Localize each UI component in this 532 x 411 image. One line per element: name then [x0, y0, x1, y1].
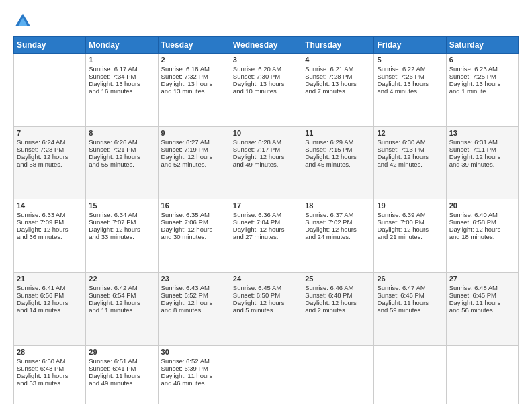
day-info: Sunset: 7:21 PM — [89, 146, 154, 153]
day-number: 15 — [89, 201, 154, 210]
day-header: Thursday — [302, 37, 374, 54]
day-number: 22 — [89, 275, 154, 283]
calendar-cell: 21Sunrise: 6:41 AMSunset: 6:56 PMDayligh… — [14, 272, 86, 345]
day-number: 20 — [449, 201, 515, 210]
day-info: Sunrise: 6:42 AM — [89, 284, 154, 291]
day-info: and 52 minutes. — [161, 161, 227, 168]
day-number: 5 — [377, 56, 443, 64]
calendar-cell: 9Sunrise: 6:27 AMSunset: 7:19 PMDaylight… — [158, 126, 230, 199]
week-row: 7Sunrise: 6:24 AMSunset: 7:23 PMDaylight… — [14, 126, 519, 199]
day-info: and 53 minutes. — [17, 379, 83, 387]
day-number: 18 — [305, 201, 371, 210]
day-info: Sunset: 6:54 PM — [89, 291, 154, 299]
day-number: 26 — [377, 275, 443, 283]
calendar-cell — [230, 345, 302, 404]
day-number: 3 — [233, 56, 299, 64]
day-info: Sunset: 7:32 PM — [161, 73, 227, 80]
day-info: Sunrise: 6:33 AM — [17, 211, 83, 218]
day-info: Sunset: 7:34 PM — [89, 73, 154, 80]
calendar-cell: 1Sunrise: 6:17 AMSunset: 7:34 PMDaylight… — [86, 54, 158, 127]
day-info: Daylight: 13 hours — [305, 80, 371, 87]
day-info: and 33 minutes. — [89, 233, 154, 240]
day-info: Sunset: 7:00 PM — [377, 218, 443, 226]
day-info: Daylight: 13 hours — [449, 80, 515, 87]
day-info: and 16 minutes. — [89, 87, 154, 95]
days-header-row: SundayMondayTuesdayWednesdayThursdayFrid… — [14, 37, 519, 54]
day-info: Sunrise: 6:31 AM — [449, 138, 515, 146]
calendar-cell: 27Sunrise: 6:48 AMSunset: 6:45 PMDayligh… — [446, 272, 518, 345]
day-info: Daylight: 12 hours — [161, 299, 227, 306]
calendar-cell: 22Sunrise: 6:42 AMSunset: 6:54 PMDayligh… — [86, 272, 158, 345]
day-info: Sunset: 6:43 PM — [17, 365, 83, 372]
day-info: Daylight: 11 hours — [17, 372, 83, 379]
day-number: 9 — [161, 129, 227, 137]
day-header: Sunday — [14, 37, 86, 54]
day-header: Monday — [86, 37, 158, 54]
day-number: 29 — [89, 348, 154, 356]
week-row: 14Sunrise: 6:33 AMSunset: 7:09 PMDayligh… — [14, 199, 519, 273]
day-number: 19 — [377, 201, 443, 210]
day-info: Sunset: 6:41 PM — [89, 365, 154, 372]
calendar-cell: 10Sunrise: 6:28 AMSunset: 7:17 PMDayligh… — [230, 126, 302, 199]
day-info: Sunrise: 6:35 AM — [161, 211, 227, 218]
day-number: 30 — [161, 348, 227, 356]
day-info: Sunset: 7:26 PM — [377, 73, 443, 80]
day-info: Sunrise: 6:40 AM — [449, 211, 515, 218]
calendar-cell: 8Sunrise: 6:26 AMSunset: 7:21 PMDaylight… — [86, 126, 158, 199]
day-info: and 39 minutes. — [449, 161, 515, 168]
day-info: Sunrise: 6:39 AM — [377, 211, 443, 218]
week-row: 1Sunrise: 6:17 AMSunset: 7:34 PMDaylight… — [14, 54, 519, 127]
calendar-cell: 14Sunrise: 6:33 AMSunset: 7:09 PMDayligh… — [14, 199, 86, 273]
calendar-cell — [374, 345, 446, 404]
day-number: 17 — [233, 201, 299, 210]
calendar-cell — [14, 54, 86, 127]
day-number: 24 — [233, 275, 299, 283]
day-info: and 49 minutes. — [89, 379, 154, 387]
calendar-cell: 20Sunrise: 6:40 AMSunset: 6:58 PMDayligh… — [446, 199, 518, 273]
day-number: 25 — [305, 275, 371, 283]
day-info: Daylight: 13 hours — [377, 80, 443, 87]
day-info: Sunrise: 6:26 AM — [89, 138, 154, 146]
day-info: Sunset: 7:23 PM — [17, 146, 83, 153]
day-info: Sunset: 7:09 PM — [17, 218, 83, 226]
calendar-cell: 6Sunrise: 6:23 AMSunset: 7:25 PMDaylight… — [446, 54, 518, 127]
day-info: Sunset: 7:19 PM — [161, 146, 227, 153]
header — [13, 12, 519, 31]
day-info: Daylight: 11 hours — [377, 299, 443, 306]
day-info: Daylight: 11 hours — [89, 372, 154, 379]
week-row: 28Sunrise: 6:50 AMSunset: 6:43 PMDayligh… — [14, 345, 519, 404]
day-number: 1 — [89, 56, 154, 64]
week-row: 21Sunrise: 6:41 AMSunset: 6:56 PMDayligh… — [14, 272, 519, 345]
day-info: Sunrise: 6:21 AM — [305, 65, 371, 73]
day-info: Sunrise: 6:48 AM — [449, 284, 515, 291]
day-info: Daylight: 12 hours — [305, 299, 371, 306]
day-info: Daylight: 12 hours — [305, 226, 371, 233]
day-info: Sunrise: 6:17 AM — [89, 65, 154, 73]
day-info: and 11 minutes. — [89, 306, 154, 314]
day-number: 2 — [161, 56, 227, 64]
day-info: Daylight: 12 hours — [17, 226, 83, 233]
day-info: Sunset: 7:07 PM — [89, 218, 154, 226]
calendar-cell: 11Sunrise: 6:29 AMSunset: 7:15 PMDayligh… — [302, 126, 374, 199]
calendar-cell: 25Sunrise: 6:46 AMSunset: 6:48 PMDayligh… — [302, 272, 374, 345]
calendar-cell — [446, 345, 518, 404]
day-info: Daylight: 12 hours — [233, 153, 299, 161]
day-info: Sunset: 7:02 PM — [305, 218, 371, 226]
logo-icon — [13, 12, 32, 31]
day-info: Daylight: 12 hours — [233, 226, 299, 233]
calendar: SundayMondayTuesdayWednesdayThursdayFrid… — [13, 36, 519, 404]
day-info: Sunrise: 6:37 AM — [305, 211, 371, 218]
day-info: and 4 minutes. — [377, 87, 443, 95]
day-header: Friday — [374, 37, 446, 54]
day-info: Sunset: 6:39 PM — [161, 365, 227, 372]
day-info: Daylight: 12 hours — [17, 299, 83, 306]
day-info: Sunrise: 6:43 AM — [161, 284, 227, 291]
day-info: and 55 minutes. — [89, 161, 154, 168]
day-info: Sunrise: 6:20 AM — [233, 65, 299, 73]
day-info: Sunrise: 6:34 AM — [89, 211, 154, 218]
day-info: Sunrise: 6:22 AM — [377, 65, 443, 73]
day-info: Sunrise: 6:23 AM — [449, 65, 515, 73]
day-info: Daylight: 12 hours — [449, 153, 515, 161]
day-info: Daylight: 11 hours — [161, 372, 227, 379]
calendar-cell: 23Sunrise: 6:43 AMSunset: 6:52 PMDayligh… — [158, 272, 230, 345]
